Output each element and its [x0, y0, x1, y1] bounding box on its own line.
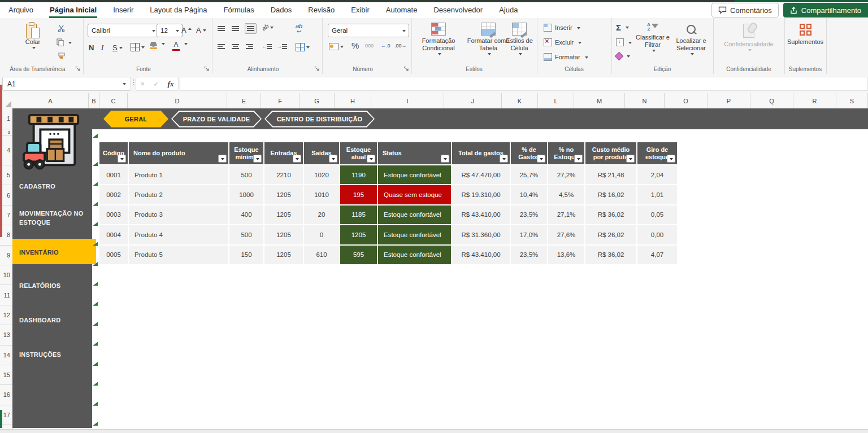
- align-right-button[interactable]: [246, 43, 253, 50]
- menu-tab-inserir[interactable]: Inserir: [112, 2, 134, 18]
- table-cell-minimo[interactable]: 500: [229, 225, 263, 244]
- table-cell-nome[interactable]: Produto 4: [129, 225, 228, 244]
- table-cell-giro[interactable]: 2,04: [637, 165, 677, 184]
- comments-button[interactable]: Comentários: [711, 3, 779, 18]
- column-header-m[interactable]: M: [574, 93, 625, 108]
- sidebar-item-instrucoes[interactable]: INSTRUÇÕES: [12, 350, 92, 359]
- row-header-13[interactable]: 13: [0, 325, 12, 345]
- column-header-o[interactable]: O: [665, 93, 708, 108]
- menu-tab-dados[interactable]: Dados: [270, 2, 293, 18]
- column-header-e[interactable]: E: [227, 93, 261, 108]
- dialog-launcher-icon[interactable]: [75, 66, 81, 72]
- table-cell-nome[interactable]: Produto 1: [129, 165, 228, 184]
- table-cell-pct_estoque[interactable]: 27,1%: [548, 205, 584, 224]
- table-cell-pct_gastos[interactable]: 10,4%: [511, 185, 547, 204]
- font-size-select[interactable]: 12: [157, 24, 183, 37]
- table-cell-custo_medio[interactable]: R$ 21,48: [585, 165, 636, 184]
- filter-button[interactable]: [537, 155, 545, 163]
- table-cell-pct_gastos[interactable]: 17,0%: [511, 225, 547, 244]
- table-cell-custo_medio[interactable]: R$ 26,02: [585, 225, 636, 244]
- dialog-launcher-icon[interactable]: [204, 66, 210, 72]
- table-cell-custo_medio[interactable]: R$ 36,02: [585, 205, 636, 224]
- table-cell-gastos[interactable]: R$ 47.470,00: [452, 165, 510, 184]
- filter-button[interactable]: [118, 155, 126, 163]
- table-cell-status[interactable]: Estoque confortável: [378, 165, 451, 184]
- table-cell-pct_estoque[interactable]: 13,6%: [548, 246, 584, 264]
- format-painter-button[interactable]: [58, 52, 66, 60]
- delete-cells-button[interactable]: Excluir: [544, 38, 581, 46]
- column-header-f[interactable]: F: [261, 93, 300, 108]
- align-top-button[interactable]: [218, 25, 225, 32]
- table-cell-pct_gastos[interactable]: 23,5%: [511, 205, 547, 224]
- sort-filter-button[interactable]: AZ Classificar e Filtrar: [634, 23, 671, 53]
- menu-tab-exibir[interactable]: Exibir: [350, 2, 370, 18]
- column-header-a[interactable]: A: [12, 93, 89, 108]
- column-header-p[interactable]: P: [708, 93, 750, 108]
- menu-tab-arquivo[interactable]: Arquivo: [8, 2, 34, 18]
- align-bottom-button[interactable]: [245, 23, 257, 34]
- share-button[interactable]: Compartilhamento: [783, 3, 868, 18]
- table-cell-nome[interactable]: Produto 3: [129, 205, 228, 224]
- table-cell-codigo[interactable]: 0002: [99, 185, 128, 204]
- row-header-15[interactable]: 15: [0, 365, 12, 385]
- sidebar-item-cadastro[interactable]: CADASTRO: [12, 182, 92, 191]
- row-header-9[interactable]: 9: [0, 246, 12, 265]
- align-left-button[interactable]: [218, 43, 225, 50]
- name-box[interactable]: A1: [2, 77, 131, 91]
- decrease-decimal-button[interactable]: .00→: [394, 43, 407, 49]
- row-header-14[interactable]: 14: [0, 345, 12, 365]
- filter-button[interactable]: [500, 155, 508, 163]
- sheet-nav-tab-centro-de-distribuicao[interactable]: CENTRO DE DISTRIBUIÇÃO: [264, 111, 375, 128]
- italic-button[interactable]: I: [101, 42, 103, 53]
- sheet-nav-tab-prazo-de-validade[interactable]: PRAZO DE VALIDADE: [171, 111, 262, 128]
- filter-button[interactable]: [626, 155, 635, 163]
- sidebar-item-dashboard[interactable]: DASHBOARD: [12, 316, 92, 325]
- copy-button[interactable]: [57, 38, 72, 46]
- table-cell-giro[interactable]: 0,00: [637, 225, 677, 244]
- table-cell-codigo[interactable]: 0005: [99, 246, 128, 264]
- column-header-r[interactable]: R: [793, 93, 836, 108]
- table-cell-status[interactable]: Estoque confortável: [378, 205, 451, 224]
- font-color-chevron[interactable]: [183, 42, 188, 46]
- find-select-button[interactable]: Localizar e Selecionar: [672, 23, 710, 56]
- filter-button[interactable]: [329, 155, 337, 163]
- table-cell-nome[interactable]: Produto 5: [129, 246, 228, 264]
- filter-button[interactable]: [293, 155, 301, 163]
- table-cell-minimo[interactable]: 150: [229, 246, 263, 264]
- table-cell-gastos[interactable]: R$ 19.310,00: [452, 185, 510, 204]
- table-cell-minimo[interactable]: 500: [229, 165, 263, 184]
- confirm-entry-icon[interactable]: ✓: [153, 80, 159, 88]
- menu-tab-pagina-inicial[interactable]: Página Inicial: [49, 2, 97, 18]
- table-cell-custo_medio[interactable]: R$ 16,02: [585, 185, 636, 204]
- cut-button[interactable]: [58, 25, 65, 32]
- column-header-h[interactable]: H: [335, 93, 371, 108]
- column-header-n[interactable]: N: [625, 93, 665, 108]
- table-cell-atual[interactable]: 595: [340, 246, 377, 264]
- fill-color-button[interactable]: [150, 42, 157, 49]
- column-header-j[interactable]: J: [444, 93, 502, 108]
- formula-input[interactable]: [180, 77, 868, 91]
- table-cell-entradas[interactable]: 1205: [264, 205, 303, 224]
- wrap-text-button[interactable]: ab↩: [296, 24, 302, 34]
- table-cell-saidas[interactable]: 610: [304, 246, 339, 264]
- number-format-select[interactable]: Geral: [328, 24, 409, 37]
- sidebar-item-movimentacao-no-estoque[interactable]: MOVIMENTAÇÃO NO ESTOQUE: [12, 209, 92, 227]
- table-cell-entradas[interactable]: 1205: [264, 246, 303, 264]
- clear-button[interactable]: [616, 53, 630, 59]
- column-header-s[interactable]: S: [836, 93, 868, 108]
- filter-button[interactable]: [253, 155, 262, 163]
- table-cell-saidas[interactable]: 1010: [304, 185, 339, 204]
- cancel-entry-icon[interactable]: ×: [141, 80, 145, 88]
- table-cell-minimo[interactable]: 400: [229, 205, 263, 224]
- table-cell-minimo[interactable]: 1000: [229, 185, 263, 204]
- shrink-font-button[interactable]: A: [196, 24, 206, 36]
- sidebar-item-relatorios[interactable]: RELATÓRIOS: [12, 281, 92, 290]
- table-cell-custo_medio[interactable]: R$ 36,02: [585, 246, 636, 264]
- menu-tab-layout-da-pagina[interactable]: Layout da Página: [149, 2, 207, 18]
- column-header-i[interactable]: I: [371, 93, 444, 108]
- menu-tab-ajuda[interactable]: Ajuda: [498, 2, 518, 18]
- table-cell-status[interactable]: Quase sem estoque: [378, 185, 451, 204]
- table-cell-codigo[interactable]: 0001: [99, 165, 128, 184]
- font-color-button[interactable]: A: [172, 41, 180, 51]
- conditional-formatting-button[interactable]: Formatação Condicional: [415, 23, 462, 56]
